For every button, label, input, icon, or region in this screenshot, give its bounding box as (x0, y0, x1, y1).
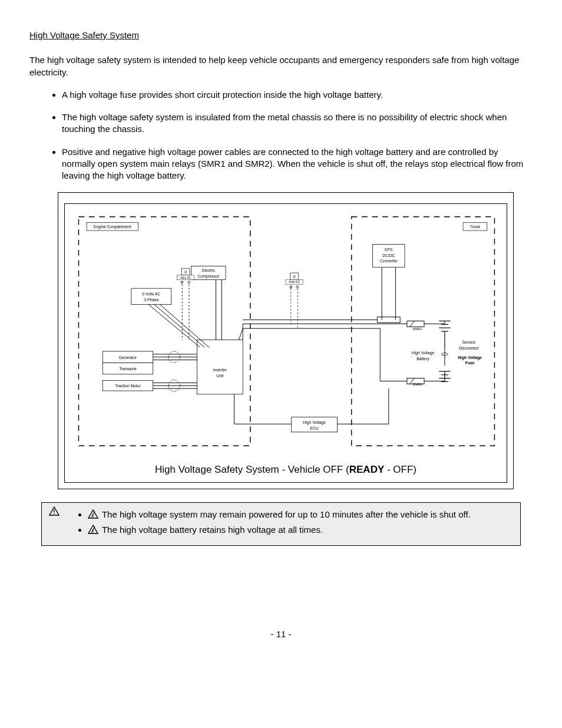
svg-text:Inverter: Inverter (213, 368, 227, 372)
svg-text:Battery: Battery (416, 357, 429, 361)
svg-text:Traction Motor: Traction Motor (115, 384, 141, 388)
svg-text:!: ! (92, 528, 94, 533)
svg-text:⊕: ⊕ (180, 281, 184, 285)
bullet-item: The high voltage safety system is insula… (62, 111, 533, 136)
svg-text:0: 0 (293, 275, 296, 279)
diagram-inner-frame: Engine Compartment Trunk 0 Volts AC 3-Ph… (64, 203, 507, 483)
svg-text:Engine Compartment: Engine Compartment (94, 225, 131, 229)
svg-text:0 Volts AC: 0 Volts AC (142, 292, 160, 296)
svg-rect-77 (377, 317, 400, 323)
svg-text:Generator: Generator (119, 355, 137, 360)
svg-text:Trunk: Trunk (470, 225, 481, 229)
svg-line-60 (410, 321, 415, 327)
svg-text:⊖: ⊖ (296, 285, 299, 289)
warning-box: ! ! The high voltage system may remain p… (41, 502, 521, 545)
svg-text:DC/DC: DC/DC (382, 253, 395, 258)
svg-line-86 (160, 305, 209, 348)
svg-line-84 (148, 305, 200, 348)
svg-text:!: ! (53, 509, 55, 515)
svg-text:Electric: Electric (202, 268, 216, 272)
svg-text:Service: Service (462, 341, 475, 345)
diagram-outer-frame: Engine Compartment Trunk 0 Volts AC 3-Ph… (58, 192, 514, 489)
main-bullet-list: A high voltage fuse provides short circu… (29, 89, 533, 182)
svg-rect-0 (78, 217, 250, 446)
svg-rect-59 (407, 321, 424, 327)
svg-text:Transaxle: Transaxle (119, 367, 137, 371)
svg-text:!: ! (92, 512, 94, 518)
warning-item: ! The high voltage battery retains high … (88, 524, 514, 537)
section-title: High Voltage Safety System (29, 29, 533, 41)
intro-paragraph: The high voltage safety system is intend… (29, 54, 533, 78)
svg-text:ECU: ECU (310, 426, 318, 430)
page-number: - 11 - (29, 628, 533, 640)
svg-rect-34 (197, 340, 243, 394)
svg-text:Volts DC: Volts DC (289, 281, 300, 284)
warning-triangle-icon: ! (49, 506, 59, 519)
svg-text:Unit: Unit (216, 374, 223, 378)
svg-text:⊕: ⊕ (289, 285, 293, 289)
svg-text:0: 0 (184, 270, 187, 274)
svg-text:High Voltage: High Voltage (458, 355, 482, 360)
svg-text:EPS: EPS (385, 248, 393, 252)
svg-text:SMR1: SMR1 (412, 327, 422, 331)
svg-text:High Voltage: High Voltage (412, 351, 435, 355)
svg-text:SMR2: SMR2 (412, 383, 422, 387)
svg-text:Fuse: Fuse (465, 361, 475, 365)
diagram-caption: High Voltage Safety System - Vehicle OFF… (68, 459, 503, 483)
warning-item: ! The high voltage system may remain pow… (88, 509, 514, 522)
svg-text:3-Phase: 3-Phase (144, 298, 158, 302)
svg-line-96 (239, 328, 243, 340)
warning-triangle-icon: ! (88, 525, 98, 537)
svg-line-85 (154, 305, 204, 348)
svg-text:Compressor: Compressor (197, 274, 220, 279)
bullet-item: A high voltage fuse provides short circu… (62, 89, 533, 101)
svg-text:Converter: Converter (380, 259, 398, 263)
svg-text:Volts DC: Volts DC (180, 276, 191, 279)
svg-text:Disconnect: Disconnect (459, 346, 479, 350)
warning-triangle-icon: ! (88, 509, 98, 522)
bullet-item: Positive and negative high voltage power… (62, 146, 533, 182)
hv-safety-diagram: Engine Compartment Trunk 0 Volts AC 3-Ph… (68, 207, 503, 455)
svg-text:High Voltage: High Voltage (303, 421, 326, 426)
svg-rect-6 (131, 288, 171, 304)
svg-text:⊖: ⊖ (187, 281, 191, 285)
